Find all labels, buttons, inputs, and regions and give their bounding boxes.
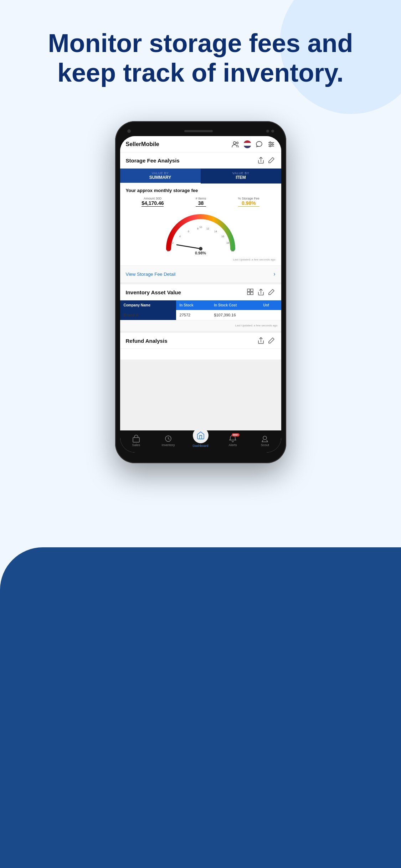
chat-icon[interactable] bbox=[255, 140, 263, 149]
svg-text:2: 2 bbox=[172, 242, 174, 244]
refund-title: Refund Analysis bbox=[126, 338, 168, 344]
col-unf: Unf bbox=[259, 300, 281, 310]
approx-title: Your approx monthly storage fee bbox=[126, 188, 276, 193]
refund-card: Refund Analysis bbox=[120, 333, 281, 360]
phone-sensor-2 bbox=[271, 130, 274, 133]
scout-icon bbox=[261, 435, 269, 443]
inventory-share-icon[interactable] bbox=[258, 289, 265, 296]
svg-rect-22 bbox=[251, 289, 253, 291]
refund-edit-icon[interactable] bbox=[268, 337, 276, 344]
edit-icon[interactable] bbox=[268, 157, 276, 164]
svg-text:14: 14 bbox=[214, 230, 217, 233]
col-company-name: Company Name bbox=[120, 300, 176, 310]
app-title: SellerMobile bbox=[126, 141, 159, 148]
hero-section: Monitor storage fees and keep track of i… bbox=[0, 29, 401, 88]
stat-amount-value: $4,170.46 bbox=[142, 200, 164, 207]
sales-icon bbox=[132, 435, 140, 443]
storage-stats: Amount 30D $4,170.46 # Items 38 % Storag… bbox=[126, 197, 276, 207]
stat-pct: % Storage Fee 0.98% bbox=[238, 197, 259, 207]
inventory-title: Inventory Asset Value bbox=[126, 289, 181, 295]
svg-point-27 bbox=[263, 436, 267, 440]
inventory-actions bbox=[247, 289, 276, 296]
stat-amount-label: Amount 30D bbox=[142, 197, 164, 200]
sales-label: Sales bbox=[132, 443, 140, 447]
col-in-stock: In Stock bbox=[176, 300, 211, 310]
gauge-container: 0 2 4 6 8 10 bbox=[126, 210, 276, 255]
in-stock-cell: 27572 bbox=[176, 310, 211, 320]
inventory-last-updated: Last Updated: a few seconds ago bbox=[124, 322, 278, 329]
svg-rect-25 bbox=[133, 438, 139, 442]
tab-item[interactable]: VALUE BY ITEM bbox=[201, 169, 281, 184]
inventory-nav-label: Inventory bbox=[162, 443, 175, 447]
chevron-right-icon: › bbox=[273, 271, 275, 277]
inventory-icon bbox=[164, 435, 172, 443]
storage-fee-actions bbox=[258, 157, 276, 164]
alerts-icon: 999+ bbox=[229, 435, 237, 443]
svg-text:6: 6 bbox=[188, 230, 189, 233]
people-icon[interactable] bbox=[231, 140, 240, 149]
inventory-card: Inventory Asset Value bbox=[120, 284, 281, 331]
alerts-badge: 999+ bbox=[232, 433, 240, 436]
gauge-svg: 0 2 4 6 8 10 bbox=[161, 210, 240, 252]
svg-line-19 bbox=[177, 245, 201, 249]
storage-fee-title: Storage Fee Analysis bbox=[126, 157, 180, 164]
svg-point-5 bbox=[269, 142, 271, 143]
refund-actions bbox=[258, 337, 276, 344]
stat-items-value: 38 bbox=[196, 200, 206, 207]
refund-card-header: Refund Analysis bbox=[120, 333, 281, 349]
tab-summary-main: SUMMARY bbox=[122, 175, 199, 180]
phone-top-bar bbox=[120, 126, 281, 136]
view-storage-detail-text: View Storage Fee Detail bbox=[126, 272, 176, 277]
grid-icon[interactable] bbox=[247, 289, 254, 296]
svg-text:16: 16 bbox=[221, 235, 224, 238]
flag-icon[interactable] bbox=[243, 140, 251, 148]
phone-sensor-1 bbox=[266, 130, 269, 133]
storage-fee-card-header: Storage Fee Analysis bbox=[120, 153, 281, 169]
svg-text:18: 18 bbox=[226, 242, 229, 244]
app-content[interactable]: Storage Fee Analysis bbox=[120, 153, 281, 430]
bottom-nav: Sales Inventory bbox=[120, 430, 281, 453]
svg-text:0: 0 bbox=[167, 249, 169, 252]
col-in-stock-cost: In Stock Cost bbox=[210, 300, 259, 310]
tab-item-top: VALUE BY bbox=[202, 171, 280, 175]
table-row: Brand A 27572 $107,390.16 bbox=[120, 310, 281, 320]
nav-sales[interactable]: Sales bbox=[120, 435, 152, 447]
storage-fee-body: Your approx monthly storage fee Amount 3… bbox=[120, 184, 281, 265]
nav-alerts[interactable]: 999+ Alerts bbox=[217, 435, 249, 447]
storage-last-updated: Last Updated: a few seconds ago bbox=[126, 257, 276, 263]
header-icons bbox=[231, 140, 276, 149]
inventory-table: Company Name In Stock In Stock Cost Unf … bbox=[120, 300, 281, 320]
share-icon[interactable] bbox=[258, 157, 265, 164]
phone-frame: SellerMobile bbox=[115, 121, 286, 463]
nav-scout[interactable]: Scout bbox=[249, 435, 281, 447]
phone-screen: SellerMobile bbox=[120, 136, 281, 453]
phone-camera bbox=[127, 129, 131, 133]
svg-rect-24 bbox=[251, 292, 253, 295]
stat-amount: Amount 30D $4,170.46 bbox=[142, 197, 164, 207]
svg-point-0 bbox=[233, 141, 236, 144]
cost-cell: $107,390.16 bbox=[210, 310, 259, 320]
inventory-edit-icon[interactable] bbox=[268, 289, 276, 296]
settings-icon[interactable] bbox=[267, 140, 276, 149]
stat-items: # Items 38 bbox=[196, 197, 206, 207]
refund-share-icon[interactable] bbox=[258, 337, 265, 344]
svg-rect-21 bbox=[247, 289, 250, 291]
svg-point-7 bbox=[269, 145, 271, 147]
svg-text:10: 10 bbox=[199, 226, 202, 228]
tab-summary[interactable]: VALUE BY SUMMARY bbox=[120, 169, 201, 184]
svg-text:20: 20 bbox=[231, 249, 234, 252]
brand-cell: Brand A bbox=[120, 310, 176, 320]
stat-pct-label: % Storage Fee bbox=[238, 197, 259, 200]
gauge-value-label: 0.98% bbox=[195, 251, 206, 255]
nav-inventory[interactable]: Inventory bbox=[152, 435, 184, 447]
stat-pct-value: 0.98% bbox=[238, 200, 259, 207]
bg-wave-decoration bbox=[0, 547, 401, 868]
view-storage-detail-row[interactable]: View Storage Fee Detail › bbox=[120, 265, 281, 282]
tab-summary-top: VALUE BY bbox=[122, 171, 199, 175]
svg-text:12: 12 bbox=[206, 227, 209, 230]
nav-dashboard[interactable]: Dashboard bbox=[184, 434, 216, 448]
stat-items-label: # Items bbox=[196, 197, 206, 200]
dashboard-icon bbox=[193, 428, 209, 443]
svg-text:8: 8 bbox=[197, 227, 199, 230]
phone-sensors bbox=[266, 130, 274, 133]
